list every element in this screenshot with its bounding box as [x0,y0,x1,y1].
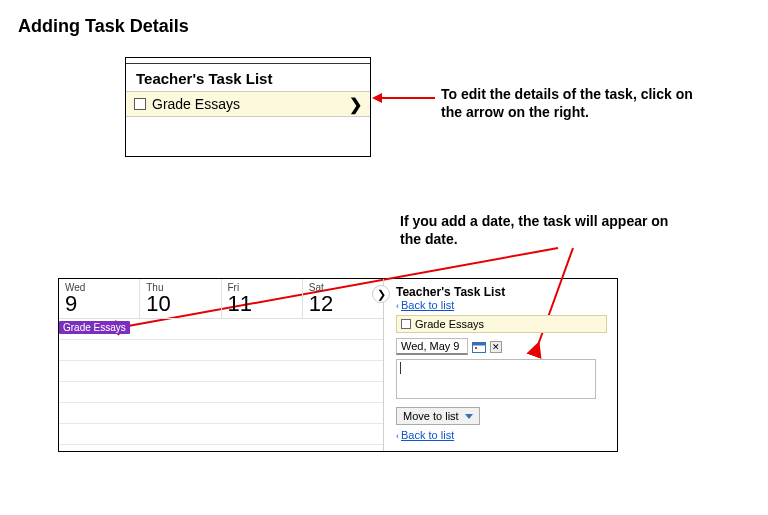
caption-add-date: If you add a date, the task will appear … [400,212,680,248]
calendar-grid: Wed 9 Thu 10 Fri 11 Sat 12 [59,279,384,451]
panel-task-row[interactable]: Grade Essays [396,315,607,333]
move-to-list-label: Move to list [403,410,459,422]
svg-rect-4 [475,347,477,349]
arrow-annotation-icon [375,97,435,99]
dropdown-triangle-icon [465,414,473,419]
calendar-day[interactable]: Sat 12 [303,279,383,318]
calendar-day[interactable]: Fri 11 [222,279,303,318]
calendar-day[interactable]: Wed 9 [59,279,140,318]
task-date-field[interactable]: Wed, May 9 [396,338,468,355]
back-to-list-link[interactable]: ‹Back to list [396,429,607,441]
panel-task-checkbox[interactable] [401,319,411,329]
chevron-right-icon[interactable]: ❯ [349,95,362,114]
day-number: 9 [65,293,133,315]
move-to-list-button[interactable]: Move to list [396,407,480,425]
day-number: 12 [309,293,377,315]
day-number: 11 [228,293,296,315]
back-to-list-link[interactable]: ‹Back to list [396,299,607,311]
task-label: Grade Essays [152,96,240,112]
tasklist-heading: Teacher's Task List [126,64,370,91]
caption-edit-details: To edit the details of the task, click o… [441,85,711,121]
page-title: Adding Task Details [18,16,758,37]
svg-rect-3 [473,342,486,345]
tasklist-screenshot: Teacher's Task List Grade Essays ❯ [125,57,371,157]
day-number: 10 [146,293,214,315]
calendar-event[interactable]: Grade Essays [59,321,130,334]
panel-task-label: Grade Essays [415,318,484,330]
task-notes-field[interactable] [396,359,596,399]
calendar-detail-screenshot: Wed 9 Thu 10 Fri 11 Sat 12 [58,278,618,452]
task-detail-panel: ❯ Teacher's Task List ‹Back to list Grad… [384,279,617,451]
calendar-day[interactable]: Thu 10 [140,279,221,318]
task-checkbox[interactable] [134,98,146,110]
clear-date-button[interactable]: ✕ [490,341,502,353]
panel-title: Teacher's Task List [396,285,607,299]
task-row[interactable]: Grade Essays ❯ [126,91,370,117]
calendar-icon[interactable] [472,341,486,353]
collapse-panel-button[interactable]: ❯ [372,285,390,303]
